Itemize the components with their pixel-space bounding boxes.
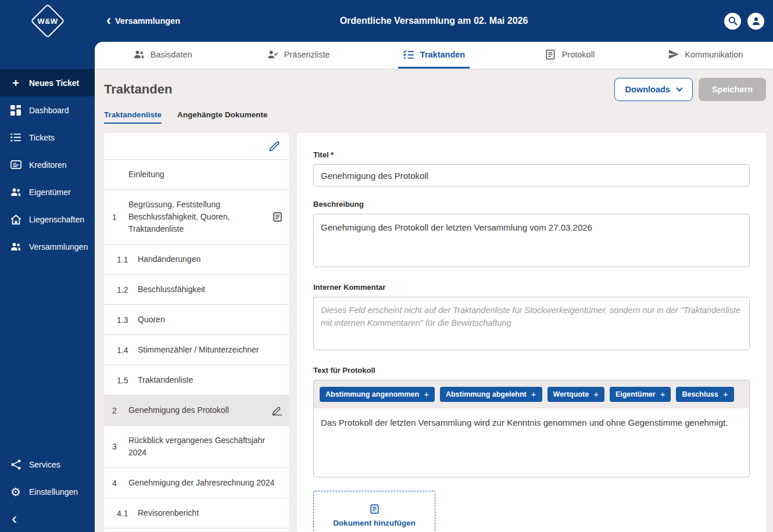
tab-kommunikation[interactable]: Kommunikation: [638, 42, 773, 69]
agenda-row-1-1[interactable]: 1.1 Handänderungen: [104, 245, 289, 275]
tab-label: Protokoll: [562, 50, 595, 59]
plus-icon: +: [10, 77, 22, 89]
sidebar-item-neues-ticket[interactable]: + Neues Ticket: [0, 69, 95, 96]
interner-kommentar-field: Interner Kommentar: [313, 283, 750, 353]
tab-label: Kommunikation: [685, 50, 743, 59]
main-area: Basisdaten Präsenzliste Traktanden: [95, 42, 773, 532]
document-icon: [368, 503, 380, 515]
edit-pencil-icon[interactable]: [269, 141, 280, 152]
topbar: W&W ‹ Versammlungen Ordentliche Versamml…: [0, 0, 773, 42]
sidebar-item-label: Dashboard: [29, 106, 69, 115]
subtab-traktandenliste[interactable]: Traktandenliste: [104, 110, 162, 124]
sidebar-item-einstellungen[interactable]: ⚙ Einstellungen: [0, 478, 95, 505]
sidebar-item-label: Services: [29, 460, 60, 469]
sidebar-item-kreditoren[interactable]: Kreditoren: [0, 151, 95, 178]
page-title: Traktanden: [104, 82, 614, 97]
agenda-label: Rückblick vergangenes Geschäftsjahr 2024: [128, 434, 283, 459]
tab-traktanden[interactable]: Traktanden: [366, 42, 502, 69]
plus-icon: +: [723, 391, 728, 398]
chip-abstimmung-abgelehnt[interactable]: Abstimmung abgelehnt +: [440, 387, 542, 402]
back-button[interactable]: ‹ Versammlungen: [106, 16, 180, 26]
save-button[interactable]: Speichern: [699, 78, 766, 101]
plus-icon: +: [660, 391, 665, 398]
add-document-button[interactable]: Dokument hinzufügen: [313, 491, 435, 532]
agenda-label: Revisorenbericht: [138, 507, 283, 519]
sidebar-item-services[interactable]: Services: [0, 451, 95, 478]
plus-icon: +: [593, 391, 599, 398]
agenda-label: Handänderungen: [138, 253, 283, 265]
agenda-label: Einleitung: [128, 168, 283, 181]
chip-wertquote[interactable]: Wertquote +: [547, 387, 604, 402]
logo-text: W&W: [37, 17, 58, 26]
panels: Einleitung 1 Begrüssung, Feststellung Be…: [95, 130, 773, 532]
agenda-row-3[interactable]: 3 Rückblick vergangenes Geschäftsjahr 20…: [104, 426, 289, 468]
agenda-number: 1.2: [117, 285, 135, 294]
sidebar-item-eigentuemer[interactable]: Eigentümer: [0, 178, 95, 206]
sidebar-item-versammlungen[interactable]: Versammlungen: [0, 233, 95, 260]
sidebar-item-dashboard[interactable]: Dashboard: [0, 96, 95, 124]
sidebar-item-label: Tickets: [29, 133, 55, 142]
chip-abstimmung-angenommen[interactable]: Abstimmung angenommen +: [320, 387, 435, 402]
agenda-row-4-1[interactable]: 4.1 Revisorenbericht: [104, 498, 289, 529]
search-button[interactable]: [724, 13, 741, 30]
document-icon[interactable]: [271, 211, 283, 223]
agenda-panel: Einleitung 1 Begrüssung, Feststellung Be…: [104, 133, 289, 532]
user-icon: [750, 15, 762, 27]
sidebar-item-label: Eigentümer: [29, 188, 71, 197]
sidebar-item-label: Versammlungen: [29, 242, 88, 251]
sidebar-item-label: Kreditoren: [29, 160, 67, 170]
subtabs: Traktandenliste Angehängte Dokumente: [95, 105, 773, 130]
tab-basisdaten[interactable]: Basisdaten: [95, 42, 230, 69]
agenda-row-4[interactable]: 4 Genehmigung der Jahresrechnung 2024: [104, 468, 289, 498]
chip-beschluss[interactable]: Beschluss +: [676, 387, 733, 402]
agenda-item-form: Titel * Beschreibung Genehmigung des Pro…: [297, 133, 766, 532]
beschreibung-textarea[interactable]: Genehmigung des Protokoll der letzten Ve…: [313, 214, 750, 267]
sidebar-item-liegenschaften[interactable]: Liegenschaften: [0, 206, 95, 233]
chip-label: Wertquote: [553, 390, 589, 398]
people-icon: [133, 49, 145, 60]
titel-input[interactable]: [313, 164, 750, 186]
agenda-number: 2: [112, 406, 126, 415]
checklist-icon: [403, 49, 414, 60]
downloads-label: Downloads: [625, 85, 670, 94]
protokoll-text-area[interactable]: Das Protokoll der letzten Versammlung wi…: [314, 408, 749, 477]
house-icon: [10, 214, 22, 225]
interner-kommentar-textarea[interactable]: [313, 297, 750, 350]
sidebar-item-tickets[interactable]: Tickets: [0, 124, 95, 151]
tab-protokoll[interactable]: Protokoll: [502, 42, 637, 69]
agenda-row-1-4[interactable]: 1.4 Stimmenzähler / Mitunterzeichner: [104, 335, 289, 365]
sidebar-spacer: [0, 260, 95, 451]
sidebar-item-label: Neues Ticket: [29, 78, 79, 88]
agenda-number: 1.3: [117, 315, 135, 325]
agenda-label: Beschlussfähigkeit: [138, 283, 283, 296]
agenda-label: Begrüssung, Feststellung Beschlussfähigk…: [128, 199, 269, 235]
agenda-label: Stimmenzähler / Mitunterzeichner: [138, 344, 283, 356]
gear-icon: ⚙: [10, 486, 22, 498]
agenda-label: Quoren: [138, 314, 283, 326]
subtab-angehaengte-dokumente[interactable]: Angehängte Dokumente: [177, 110, 267, 124]
list-icon: [10, 132, 22, 143]
beschreibung-label: Beschreibung: [313, 200, 750, 209]
agenda-row-einleitung[interactable]: Einleitung: [104, 160, 289, 190]
text-protokoll-field: Text für Protokoll Abstimmung angenommen…: [313, 366, 750, 477]
agenda-row-2-selected[interactable]: 2 Genehmigung des Protokoll: [104, 396, 289, 426]
agenda-row-1-2[interactable]: 1.2 Beschlussfähigkeit: [104, 275, 289, 305]
agenda-number: 1.1: [117, 255, 135, 264]
dashboard-icon: [10, 105, 22, 116]
page-content: Traktanden Downloads Speichern Traktande…: [95, 69, 773, 532]
signature-icon[interactable]: [271, 405, 283, 416]
agenda-number: 3: [112, 442, 126, 451]
agenda-row-1-3[interactable]: 1.3 Quoren: [104, 305, 289, 335]
agenda-row-1[interactable]: 1 Begrüssung, Feststellung Beschlussfähi…: [104, 190, 289, 245]
chevron-left-icon: ‹: [106, 15, 111, 26]
agenda-row-1-5[interactable]: 1.5 Traktandenliste: [104, 365, 289, 396]
agenda-edit-row: [104, 133, 289, 160]
downloads-button[interactable]: Downloads: [614, 78, 693, 101]
agenda-number: 4.1: [117, 509, 135, 518]
chip-eigentuemer[interactable]: Eigentümer +: [610, 387, 671, 402]
user-avatar[interactable]: [747, 13, 764, 30]
chip-label: Beschluss: [682, 390, 718, 398]
sidebar-collapse-button[interactable]: ‹: [0, 505, 95, 532]
tab-label: Traktanden: [420, 50, 465, 59]
tab-praesenzliste[interactable]: Präsenzliste: [230, 42, 366, 69]
